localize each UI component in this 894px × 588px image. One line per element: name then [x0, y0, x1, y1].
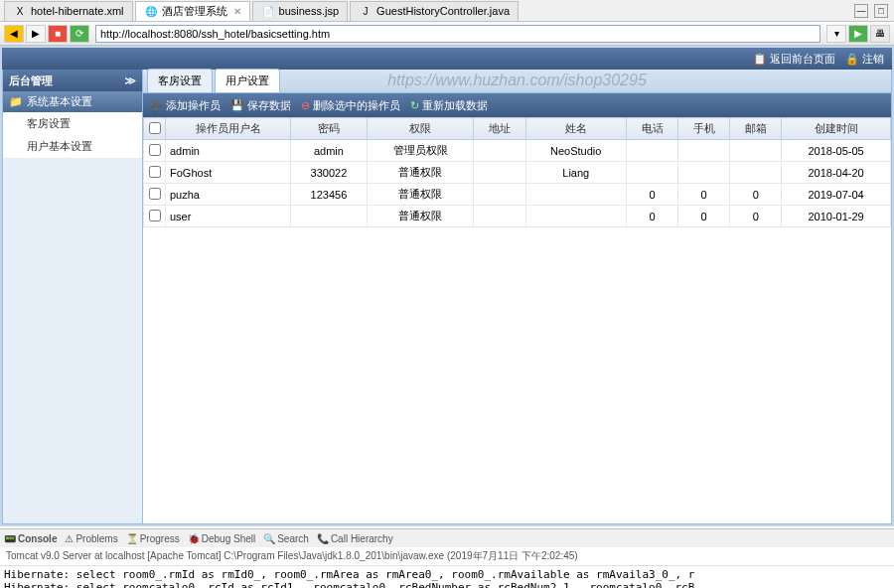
cell-created: 2018-05-05 [782, 140, 891, 162]
col-name[interactable]: 姓名 [525, 118, 626, 140]
add-icon: ➕ [149, 99, 163, 112]
sidebar: 后台管理 ≪ 📁 系统基本设置 客房设置 用户基本设置 [2, 70, 143, 524]
minimize-icon[interactable]: — [854, 4, 868, 18]
row-checkbox[interactable] [149, 166, 161, 178]
refresh-button[interactable]: ⟳ [70, 25, 89, 43]
table-row[interactable]: admin admin 管理员权限 NeoStudio 2018-05-05 [144, 140, 891, 162]
table-row[interactable]: user 普通权限 0 0 0 2010-01-29 [144, 206, 891, 227]
watermark: https://www.huzhan.com/ishop30295 [387, 72, 647, 89]
col-address[interactable]: 地址 [474, 118, 525, 140]
console-panel: 📟 Console ⚠ Problems ⏳ Progress 🐞 Debug … [0, 528, 894, 588]
cell-email: 0 [730, 184, 782, 206]
tab-label: business.jsp [279, 5, 340, 17]
col-password[interactable]: 密码 [291, 118, 368, 140]
save-data-button[interactable]: 💾保存数据 [230, 98, 291, 113]
editor-tab-business-jsp[interactable]: 📄 business.jsp [252, 1, 349, 21]
sidebar-group-label: 系统基本设置 [27, 94, 92, 109]
cell-username: user [166, 206, 291, 227]
col-role[interactable]: 权限 [367, 118, 474, 140]
delete-selected-button[interactable]: ⊖删除选中的操作员 [301, 98, 400, 113]
grid-toolbar: ➕添加操作员 💾保存数据 ⊖删除选中的操作员 ↻重新加载数据 [143, 93, 891, 117]
content-tabs: 客房设置 用户设置 https://www.huzhan.com/ishop30… [143, 70, 891, 93]
cell-address [474, 162, 525, 184]
cell-role: 普通权限 [367, 162, 474, 184]
editor-tab-hotel-hibernate[interactable]: X hotel-hibernate.xml [4, 1, 133, 21]
tab-label: 酒店管理系统 [162, 4, 227, 19]
cell-name: Liang [525, 162, 626, 184]
window-controls: — □ [854, 4, 894, 18]
tab-room-settings[interactable]: 客房设置 [147, 69, 213, 92]
app-header: 📋 返回前台页面 🔒 注销 [2, 48, 892, 70]
col-phone[interactable]: 电话 [626, 118, 677, 140]
save-icon: 💾 [230, 99, 244, 112]
editor-tab-guest-history[interactable]: J GuestHistoryController.java [350, 1, 519, 21]
operator-grid: 操作员用户名 密码 权限 地址 姓名 电话 手机 邮箱 创建时间 admin a… [143, 117, 891, 227]
tab-search[interactable]: 🔍 Search [263, 533, 309, 544]
go-button[interactable]: ▶ [848, 25, 868, 43]
add-operator-button[interactable]: ➕添加操作员 [149, 98, 221, 113]
cell-role: 普通权限 [367, 184, 474, 206]
tab-progress[interactable]: ⏳ Progress [126, 533, 180, 544]
forward-button[interactable]: ▶ [26, 25, 46, 43]
cell-role: 普通权限 [367, 206, 474, 227]
logout-link[interactable]: 🔒 注销 [845, 52, 884, 67]
back-button[interactable]: ◀ [4, 25, 24, 43]
col-created[interactable]: 创建时间 [782, 118, 891, 140]
grid-header-row: 操作员用户名 密码 权限 地址 姓名 电话 手机 邮箱 创建时间 [144, 118, 891, 140]
cell-created: 2010-01-29 [782, 206, 891, 227]
tab-label: hotel-hibernate.xml [31, 5, 124, 17]
cell-address [474, 206, 525, 227]
refresh-label: 重新加载数据 [422, 98, 488, 113]
cell-username: puzha [166, 184, 291, 206]
url-input[interactable] [95, 25, 820, 43]
cell-address [474, 184, 525, 206]
tab-user-settings[interactable]: 用户设置 [215, 69, 280, 92]
print-button[interactable]: 🖶 [870, 25, 890, 43]
row-checkbox[interactable] [149, 210, 161, 221]
refresh-icon: ↻ [410, 99, 419, 112]
tab-debug-shell[interactable]: 🐞 Debug Shell [188, 533, 255, 544]
back-to-front-link[interactable]: 📋 返回前台页面 [753, 52, 835, 67]
cell-name: NeoStudio [525, 140, 626, 162]
reload-data-button[interactable]: ↻重新加载数据 [410, 98, 488, 113]
col-mobile[interactable]: 手机 [678, 118, 730, 140]
editor-tab-hotel-system[interactable]: 🌐 酒店管理系统 ✕ [135, 1, 250, 21]
tab-problems[interactable]: ⚠ Problems [65, 533, 117, 544]
cell-username: admin [166, 140, 291, 162]
cell-created: 2018-04-20 [782, 162, 891, 184]
cell-phone [626, 162, 677, 184]
cell-password: 123456 [291, 184, 368, 206]
console-output: Hibernate: select room0_.rmId as rmId0_,… [0, 566, 894, 588]
select-all-checkbox[interactable] [149, 122, 161, 134]
sidebar-group-system[interactable]: 📁 系统基本设置 [3, 91, 142, 112]
add-label: 添加操作员 [166, 98, 221, 113]
cell-mobile [678, 140, 730, 162]
table-row[interactable]: FoGhost 330022 普通权限 Liang 2018-04-20 [144, 162, 891, 184]
table-row[interactable]: puzha 123456 普通权限 0 0 0 2019-07-04 [144, 184, 891, 206]
col-checkbox [144, 118, 166, 140]
cell-created: 2019-07-04 [782, 184, 891, 206]
xml-icon: X [13, 4, 27, 18]
row-checkbox[interactable] [149, 188, 161, 200]
cell-phone: 0 [626, 184, 677, 206]
maximize-icon[interactable]: □ [874, 4, 888, 18]
sidebar-title: 后台管理 [9, 74, 53, 88]
tab-console[interactable]: 📟 Console [4, 533, 57, 544]
sidebar-item-room-settings[interactable]: 客房设置 [3, 112, 142, 135]
java-icon: J [359, 4, 372, 18]
cell-phone: 0 [626, 206, 677, 227]
col-email[interactable]: 邮箱 [730, 118, 782, 140]
cell-mobile [678, 162, 730, 184]
collapse-icon[interactable]: ≪ [124, 74, 136, 87]
col-username[interactable]: 操作员用户名 [166, 118, 291, 140]
cell-name [525, 206, 626, 227]
sidebar-item-user-settings[interactable]: 用户基本设置 [3, 135, 142, 158]
tab-call-hierarchy[interactable]: 📞 Call Hierarchy [317, 533, 393, 544]
globe-icon: 🌐 [144, 4, 158, 18]
save-label: 保存数据 [247, 98, 291, 113]
sidebar-header: 后台管理 ≪ [3, 70, 142, 91]
dropdown-button[interactable]: ▾ [826, 25, 846, 43]
stop-button[interactable]: ■ [48, 25, 68, 43]
row-checkbox[interactable] [149, 144, 161, 156]
close-icon[interactable]: ✕ [233, 6, 241, 17]
